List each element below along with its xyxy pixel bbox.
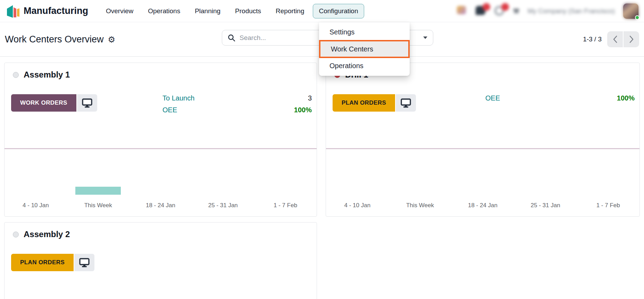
- bar: [75, 187, 121, 195]
- x-tick: 25 - 31 Jan: [514, 202, 577, 209]
- dropdown-item-operations[interactable]: Operations: [319, 58, 410, 74]
- workcenter-title: Assembly 1: [24, 70, 70, 80]
- search-options-caret-icon[interactable]: [423, 37, 427, 39]
- workcenter-card-assembly-1: Assembly 1 WORK ORDERS To Launch 3: [4, 63, 317, 217]
- systray: ⚒ My Company (San Francisco): [457, 3, 638, 19]
- dropdown-item-work-centers[interactable]: Work Centers: [319, 40, 410, 58]
- page-title: Work Centers Overview: [5, 34, 104, 45]
- x-tick: This Week: [389, 202, 452, 209]
- menu-overview[interactable]: Overview: [100, 4, 139, 18]
- work-orders-button[interactable]: WORK ORDERS: [11, 94, 76, 112]
- oee-link[interactable]: OEE: [485, 94, 500, 102]
- monitor-icon: [82, 98, 92, 108]
- pager-previous-button[interactable]: [607, 31, 623, 47]
- workload-chart: 4 - 10 Jan This Week 18 - 24 Jan 25 - 31…: [5, 148, 317, 216]
- x-tick: 18 - 24 Jan: [451, 202, 514, 209]
- pager-next-button[interactable]: [624, 31, 639, 47]
- status-dot[interactable]: [13, 72, 19, 78]
- top-navbar: Manufacturing Overview Operations Planni…: [0, 0, 644, 22]
- configuration-dropdown: Settings Work Centers Operations: [319, 22, 410, 76]
- oee-link[interactable]: OEE: [162, 106, 177, 114]
- oee-value: 100%: [294, 106, 312, 114]
- activities-icon[interactable]: [494, 6, 505, 16]
- x-tick: This Week: [67, 202, 129, 209]
- monitor-icon: [79, 258, 90, 267]
- x-tick: 1 - 7 Feb: [254, 202, 317, 209]
- chevron-left-icon: [613, 35, 618, 43]
- workcenter-kanban: Assembly 1 WORK ORDERS To Launch 3: [0, 57, 644, 299]
- x-tick: 25 - 31 Jan: [192, 202, 254, 209]
- workcenter-screen-button[interactable]: [77, 94, 97, 112]
- workcenter-title: Assembly 2: [24, 229, 70, 239]
- app-title[interactable]: Manufacturing: [24, 6, 88, 16]
- kpi-row: OEE 100%: [485, 92, 635, 104]
- messages-badge: [483, 3, 490, 11]
- x-tick: 4 - 10 Jan: [326, 202, 389, 209]
- online-status-dot: [635, 15, 639, 20]
- to-launch-link[interactable]: To Launch: [162, 94, 194, 102]
- workcenter-card-assembly-2: Assembly 2 PLAN ORDERS: [4, 222, 317, 299]
- breadcrumb: Work Centers Overview ⚙: [5, 34, 115, 45]
- oee-value: 100%: [617, 94, 635, 102]
- monitor-icon: [401, 98, 411, 108]
- user-avatar[interactable]: [623, 3, 638, 19]
- menu-operations[interactable]: Operations: [142, 4, 186, 18]
- workcenter-card-drill-1: Drill 1 PLAN ORDERS OEE 100%: [326, 63, 640, 217]
- manufacturing-app-icon: [6, 3, 20, 19]
- dropdown-item-settings[interactable]: Settings: [319, 24, 410, 40]
- systray-glyph-icon[interactable]: ⚒: [513, 7, 519, 15]
- messages-icon[interactable]: [476, 6, 486, 16]
- kpi-row: OEE 100%: [162, 104, 312, 116]
- kpi-row: To Launch 3: [162, 92, 312, 104]
- menu-reporting[interactable]: Reporting: [270, 4, 310, 18]
- x-tick: 4 - 10 Jan: [5, 202, 67, 209]
- workcenter-screen-button[interactable]: [396, 94, 416, 112]
- gear-icon[interactable]: ⚙: [108, 35, 116, 43]
- x-tick: 18 - 24 Jan: [129, 202, 192, 209]
- chevron-right-icon: [629, 35, 634, 43]
- main-menu: Overview Operations Planning Products Re…: [100, 4, 364, 18]
- menu-products[interactable]: Products: [229, 4, 267, 18]
- pager: 1-3 / 3: [583, 31, 639, 47]
- search-icon: [228, 34, 235, 42]
- activities-badge: [501, 3, 509, 11]
- company-name[interactable]: My Company (San Francisco): [528, 7, 615, 15]
- plan-orders-button[interactable]: PLAN ORDERS: [11, 254, 74, 271]
- kpi-block: To Launch 3 OEE 100%: [162, 92, 312, 116]
- x-tick: 1 - 7 Feb: [577, 202, 639, 209]
- workcenter-screen-button[interactable]: [74, 254, 94, 271]
- to-launch-count: 3: [308, 94, 312, 102]
- kpi-block: OEE 100%: [485, 92, 635, 104]
- plan-orders-button[interactable]: PLAN ORDERS: [333, 94, 395, 112]
- workload-chart: 4 - 10 Jan This Week 18 - 24 Jan 25 - 31…: [326, 148, 639, 216]
- pager-range: 1-3 / 3: [583, 35, 602, 43]
- status-dot[interactable]: [13, 232, 19, 237]
- apps-icon[interactable]: [457, 6, 467, 16]
- menu-configuration[interactable]: Configuration: [313, 4, 364, 18]
- menu-planning[interactable]: Planning: [189, 4, 226, 18]
